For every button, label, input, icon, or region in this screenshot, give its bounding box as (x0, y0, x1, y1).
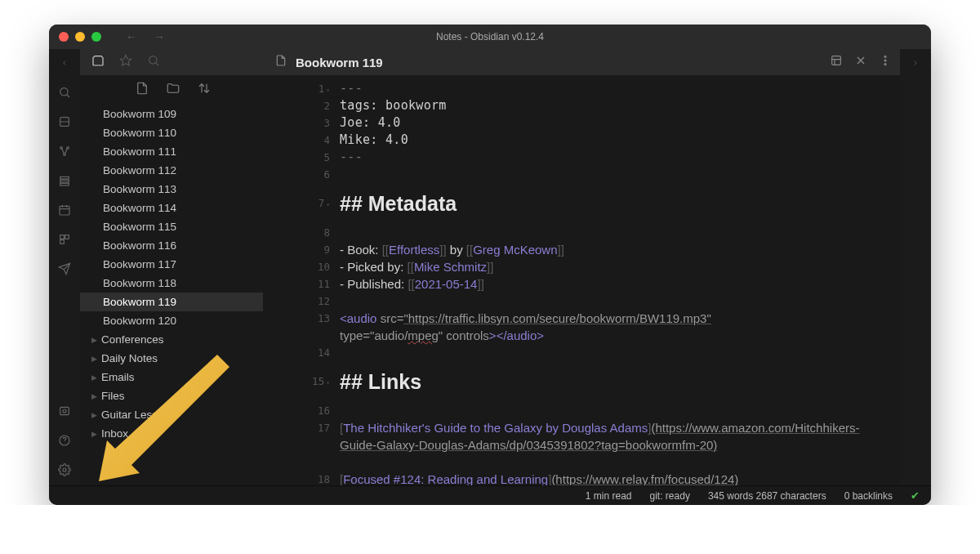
heading-metadata: ## Metadata (340, 183, 892, 224)
svg-line-26 (156, 63, 158, 65)
status-readtime: 1 min read (586, 490, 632, 502)
file-item[interactable]: Bookworm 110 (80, 123, 263, 142)
file-item[interactable]: Bookworm 113 (80, 180, 263, 199)
blank-line (340, 293, 892, 310)
svg-rect-11 (60, 183, 69, 185)
frontmatter-tags: tags: bookworm (340, 97, 892, 114)
editor-pane: Bookworm 119 1▾234567▾89101112131415▾161… (266, 49, 900, 485)
audio-line-2: type="audio/mpeg" controls></audio> (340, 327, 892, 344)
vault-icon[interactable] (57, 404, 72, 418)
nav-forward[interactable]: → (154, 30, 165, 43)
frontmatter-mike: Mike: 4.0 (340, 132, 892, 149)
document-icon (274, 54, 287, 70)
svg-rect-16 (60, 235, 65, 239)
svg-point-0 (60, 88, 68, 96)
sort-icon[interactable] (197, 81, 212, 99)
calendar-icon[interactable] (57, 203, 72, 217)
more-icon[interactable] (879, 54, 892, 70)
left-ribbon (49, 49, 80, 485)
file-item[interactable]: Bookworm 116 (80, 236, 263, 255)
folder-item[interactable]: ▶Daily Notes (80, 349, 263, 368)
meta-picked: - Picked by: [[Mike Schmitz]] (340, 258, 892, 275)
file-item[interactable]: Bookworm 109 (80, 105, 263, 123)
file-item[interactable]: Bookworm 118 (80, 274, 263, 293)
svg-point-25 (149, 56, 157, 64)
svg-rect-19 (60, 407, 69, 414)
file-item[interactable]: Bookworm 111 (80, 142, 263, 161)
frontmatter-joe: Joe: 4.0 (340, 114, 892, 132)
svg-point-32 (884, 56, 886, 57)
file-item[interactable]: Bookworm 120 (80, 311, 263, 330)
settings-icon[interactable] (57, 462, 72, 477)
stack-icon[interactable] (57, 173, 72, 188)
link-1: [The Hitchhiker's Guide to the Galaxy by… (340, 419, 892, 471)
editor-body[interactable]: 1▾234567▾89101112131415▾161718 --- tags:… (266, 75, 900, 485)
file-explorer-tab-icon[interactable] (91, 54, 105, 70)
line-gutter: 1▾234567▾89101112131415▾161718 (266, 75, 340, 485)
preview-icon[interactable] (830, 54, 843, 70)
svg-point-6 (64, 154, 66, 156)
app-window: ← → Notes - Obsidian v0.12.4 (49, 25, 931, 505)
status-backlinks: 0 backlinks (844, 490, 893, 502)
blank-line (340, 166, 892, 183)
svg-line-1 (67, 95, 69, 97)
search-tab-icon[interactable] (147, 54, 160, 70)
search-icon[interactable] (57, 85, 72, 100)
folder-item[interactable]: ▶Inbox (80, 424, 263, 443)
folder-item[interactable]: ▶Conferences (80, 330, 263, 349)
traffic-lights (59, 32, 101, 42)
blank-line (340, 344, 892, 361)
file-item[interactable]: Bookworm 115 (80, 217, 263, 236)
svg-point-33 (884, 60, 886, 61)
file-tree[interactable]: Bookworm 109Bookworm 110Bookworm 111Book… (80, 105, 266, 485)
folder-item[interactable]: ▶Files (80, 386, 263, 405)
svg-point-20 (63, 409, 66, 413)
file-item[interactable]: Bookworm 117 (80, 255, 263, 274)
svg-rect-27 (832, 56, 841, 65)
editor-title: Bookworm 119 (296, 56, 383, 69)
graph-icon[interactable] (57, 144, 72, 159)
svg-rect-17 (65, 235, 69, 239)
svg-line-7 (62, 149, 65, 154)
folder-item[interactable]: ▶Emails (80, 368, 263, 386)
collapse-right-icon[interactable] (908, 56, 923, 70)
new-file-icon[interactable] (135, 81, 149, 99)
blank-line (340, 224, 892, 241)
file-item[interactable]: Bookworm 119 (80, 293, 263, 311)
svg-rect-9 (60, 176, 69, 179)
svg-rect-10 (60, 180, 69, 182)
status-synced-icon: ✔ (911, 489, 920, 502)
titlebar: ← → Notes - Obsidian v0.12.4 (49, 25, 931, 49)
window-maximize[interactable] (91, 32, 101, 42)
svg-rect-18 (60, 240, 65, 244)
svg-point-34 (884, 64, 886, 65)
blank-line (340, 402, 892, 419)
statusbar: 1 min read git: ready 345 words 2687 cha… (49, 485, 931, 505)
right-ribbon (900, 49, 931, 485)
window-minimize[interactable] (75, 32, 85, 42)
file-item[interactable]: Bookworm 114 (80, 199, 263, 217)
svg-marker-24 (120, 55, 131, 65)
meta-book: - Book: [[Effortless]] by [[Greg McKeown… (340, 241, 892, 258)
meta-published: - Published: [[2021-05-14]] (340, 275, 892, 293)
send-icon[interactable] (57, 261, 72, 276)
file-sidebar: Bookworm 109Bookworm 110Bookworm 111Book… (80, 49, 266, 485)
quick-switcher-icon[interactable] (57, 114, 72, 129)
star-tab-icon[interactable] (119, 54, 132, 70)
file-item[interactable]: Bookworm 112 (80, 161, 263, 180)
heading-links: ## Links (340, 361, 892, 402)
templates-icon[interactable] (57, 232, 72, 247)
folder-item[interactable]: ▶Guitar Lessons (80, 405, 263, 424)
svg-point-23 (63, 468, 66, 471)
window-close[interactable] (59, 32, 69, 42)
collapse-left-icon[interactable] (57, 56, 72, 70)
audio-line-1: <audio src="https://traffic.libsyn.com/s… (340, 310, 892, 327)
svg-line-8 (65, 149, 68, 154)
status-git: git: ready (650, 490, 690, 502)
nav-back[interactable]: ← (126, 30, 137, 43)
new-folder-icon[interactable] (166, 81, 180, 99)
close-tab-icon[interactable] (854, 54, 867, 70)
editor-content[interactable]: --- tags: bookworm Joe: 4.0 Mike: 4.0 --… (340, 75, 900, 485)
link-2: [Focused #124: Reading and Learning](htt… (340, 471, 892, 485)
help-icon[interactable] (57, 433, 72, 448)
